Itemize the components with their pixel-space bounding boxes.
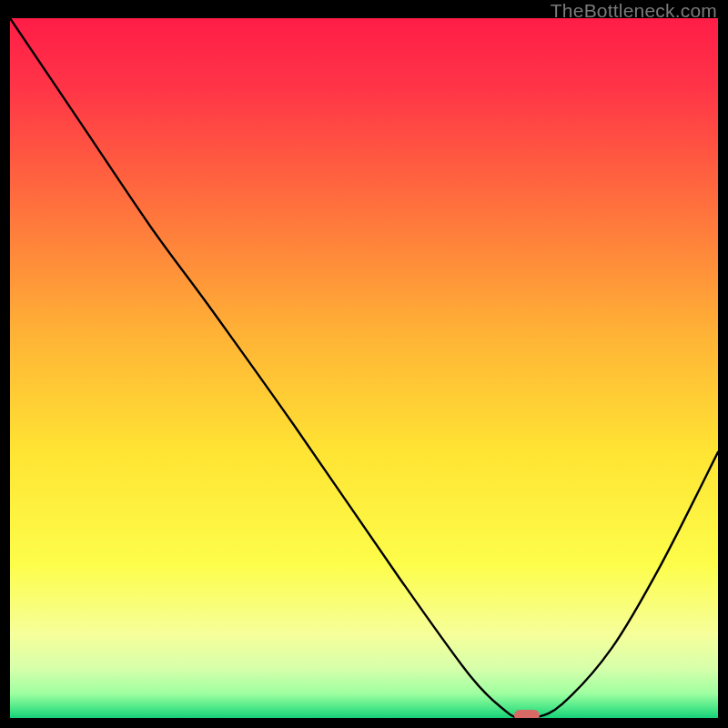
bottleneck-chart [10, 18, 718, 718]
watermark-text: TheBottleneck.com [551, 0, 717, 22]
gradient-background [10, 18, 718, 718]
optimum-marker [514, 710, 540, 718]
